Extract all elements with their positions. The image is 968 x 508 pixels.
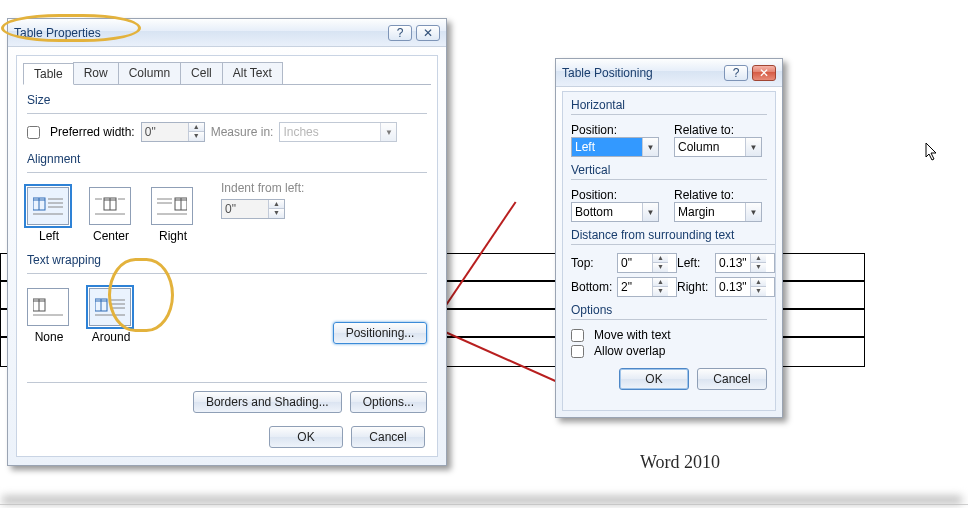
tab-alt-text[interactable]: Alt Text (222, 62, 283, 84)
caption: Word 2010 (640, 452, 720, 473)
alignment-center-label: Center (89, 229, 133, 243)
wrap-none-label: None (27, 330, 71, 344)
allow-overlap-label: Allow overlap (594, 344, 665, 358)
size-group: Preferred width: ▲▼ Measure in: ▼ (27, 113, 427, 142)
borders-shading-button[interactable]: Borders and Shading... (193, 391, 342, 413)
options-button[interactable]: Options... (350, 391, 427, 413)
dialog-body: Table Row Column Cell Alt Text Size Pref… (16, 55, 438, 457)
titlebar[interactable]: Table Positioning ? ✕ (556, 59, 782, 87)
spin-up-icon[interactable]: ▲ (653, 254, 668, 263)
dialog-title: Table Properties (14, 26, 384, 40)
help-button[interactable]: ? (388, 25, 412, 41)
v-relative-combo[interactable]: ▼ (674, 202, 762, 222)
h-relative-value[interactable] (675, 138, 745, 156)
tab-column[interactable]: Column (118, 62, 181, 84)
spin-down-icon[interactable]: ▼ (653, 287, 668, 296)
vertical-group-label: Vertical (571, 163, 767, 177)
h-position-label: Position: (571, 123, 664, 137)
dist-right-spinner[interactable]: ▲▼ (715, 277, 775, 297)
vertical-group: Position: ▼ Relative to: ▼ (571, 179, 767, 222)
positioning-button[interactable]: Positioning... (333, 322, 427, 344)
dist-top-spinner[interactable]: ▲▼ (617, 253, 677, 273)
distance-group-label: Distance from surrounding text (571, 228, 767, 242)
alignment-left[interactable]: Left (27, 187, 71, 243)
wrap-around-label: Around (89, 330, 133, 344)
options-group-label: Options (571, 303, 767, 317)
measure-in-combo[interactable]: ▼ (279, 122, 397, 142)
dist-bottom-spinner[interactable]: ▲▼ (617, 277, 677, 297)
tab-cell[interactable]: Cell (180, 62, 223, 84)
h-relative-combo[interactable]: ▼ (674, 137, 762, 157)
spin-down-icon[interactable]: ▼ (189, 132, 204, 141)
cancel-button[interactable]: Cancel (351, 426, 425, 448)
spin-down-icon[interactable]: ▼ (751, 263, 766, 272)
cancel-button[interactable]: Cancel (697, 368, 767, 390)
chevron-down-icon[interactable]: ▼ (745, 203, 761, 221)
v-position-combo[interactable]: ▼ (571, 202, 659, 222)
indent-from-left-spinner[interactable]: ▲▼ (221, 199, 285, 219)
wrap-none[interactable]: None (27, 288, 71, 344)
spin-up-icon[interactable]: ▲ (751, 278, 766, 287)
horizontal-group-label: Horizontal (571, 98, 767, 112)
spin-up-icon[interactable]: ▲ (751, 254, 766, 263)
spin-down-icon[interactable]: ▼ (269, 209, 284, 218)
move-with-text-checkbox[interactable] (571, 329, 584, 342)
v-relative-value[interactable] (675, 203, 745, 221)
indent-from-left-input[interactable] (222, 200, 268, 218)
ok-button[interactable]: OK (269, 426, 343, 448)
help-button[interactable]: ? (724, 65, 748, 81)
options-group: Move with text Allow overlap (571, 319, 767, 358)
alignment-group: Left Center Right Indent from left: (27, 172, 427, 243)
table-properties-dialog: Table Properties ? ✕ Table Row Column Ce… (7, 18, 447, 466)
dist-left-spinner[interactable]: ▲▼ (715, 253, 775, 273)
v-position-value[interactable] (572, 203, 642, 221)
chevron-down-icon[interactable]: ▼ (642, 138, 658, 156)
h-position-combo[interactable]: ▼ (571, 137, 659, 157)
dist-top-label: Top: (571, 256, 617, 270)
table-positioning-dialog: Table Positioning ? ✕ Horizontal Positio… (555, 58, 783, 418)
alignment-right[interactable]: Right (151, 187, 195, 243)
h-position-value[interactable] (572, 138, 642, 156)
dist-top-input[interactable] (618, 254, 652, 272)
dist-right-input[interactable] (716, 278, 750, 296)
measure-in-label: Measure in: (211, 125, 274, 139)
size-group-label: Size (27, 93, 427, 107)
chevron-down-icon[interactable]: ▼ (642, 203, 658, 221)
alignment-left-label: Left (27, 229, 71, 243)
text-wrapping-group-label: Text wrapping (27, 253, 427, 267)
spin-down-icon[interactable]: ▼ (751, 287, 766, 296)
spin-up-icon[interactable]: ▲ (653, 278, 668, 287)
tab-row[interactable]: Row (73, 62, 119, 84)
alignment-center[interactable]: Center (89, 187, 133, 243)
dist-bottom-input[interactable] (618, 278, 652, 296)
close-button[interactable]: ✕ (416, 25, 440, 41)
move-with-text-label: Move with text (594, 328, 671, 342)
chevron-down-icon[interactable]: ▼ (380, 123, 396, 141)
page-shadow (2, 496, 962, 504)
chevron-down-icon[interactable]: ▼ (745, 138, 761, 156)
alignment-right-label: Right (151, 229, 195, 243)
dist-right-label: Right: (677, 280, 715, 294)
measure-in-value[interactable] (280, 123, 380, 141)
titlebar[interactable]: Table Properties ? ✕ (8, 19, 446, 47)
allow-overlap-checkbox[interactable] (571, 345, 584, 358)
ok-button[interactable]: OK (619, 368, 689, 390)
tabstrip: Table Row Column Cell Alt Text (23, 62, 431, 85)
h-relative-label: Relative to: (674, 123, 767, 137)
spin-up-icon[interactable]: ▲ (269, 200, 284, 209)
v-relative-label: Relative to: (674, 188, 767, 202)
preferred-width-checkbox[interactable] (27, 126, 40, 139)
wrap-around[interactable]: Around (89, 288, 133, 344)
preferred-width-input[interactable] (142, 123, 188, 141)
distance-group: Top: ▲▼ Left: ▲▼ Bottom: ▲▼ Right: ▲▼ (571, 244, 775, 297)
dist-left-input[interactable] (716, 254, 750, 272)
spin-up-icon[interactable]: ▲ (189, 123, 204, 132)
spin-down-icon[interactable]: ▼ (653, 263, 668, 272)
horizontal-group: Position: ▼ Relative to: ▼ (571, 114, 767, 157)
preferred-width-spinner[interactable]: ▲▼ (141, 122, 205, 142)
text-wrapping-group: None Around Positioning... (27, 273, 427, 344)
preferred-width-label: Preferred width: (50, 125, 135, 139)
dist-bottom-label: Bottom: (571, 280, 617, 294)
tab-table[interactable]: Table (23, 63, 74, 85)
close-button[interactable]: ✕ (752, 65, 776, 81)
